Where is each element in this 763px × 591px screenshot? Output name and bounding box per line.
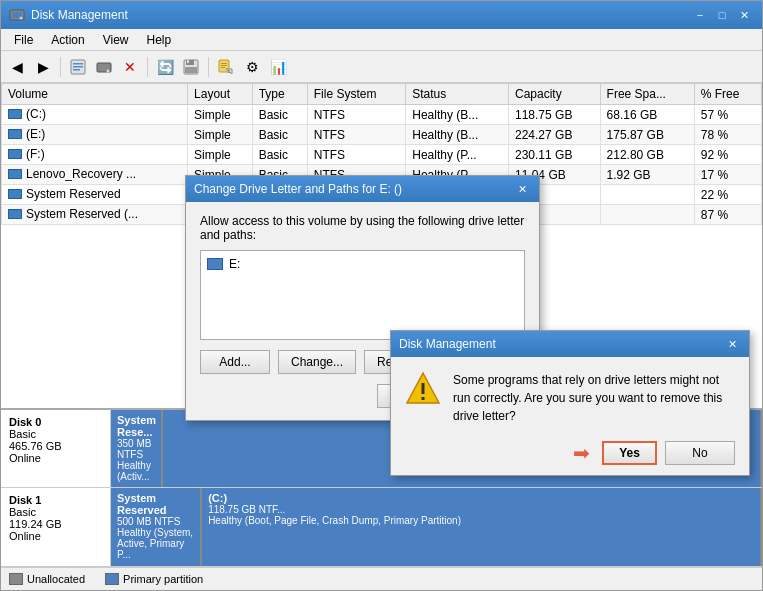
disk0-partition1[interactable]: System Rese... 350 MB NTFS Healthy (Acti… [111,410,163,487]
svg-point-2 [20,17,23,20]
path-list[interactable]: E: [200,250,525,340]
menu-help[interactable]: Help [138,30,181,50]
menu-bar: File Action View Help [1,29,762,51]
disk1-status: Online [9,530,102,542]
disk0-size: 465.76 GB [9,440,102,452]
disk1-p1-size: 500 MB NTFS [117,516,194,527]
dialog-change-title: Change Drive Letter and Paths for E: () [194,182,402,196]
disk1-size: 119.24 GB [9,518,102,530]
disk0-p1-name: System Rese... [117,414,155,438]
toolbar-save[interactable] [179,55,203,79]
toolbar-help[interactable] [214,55,238,79]
disk1-label: Disk 1 Basic 119.24 GB Online [1,488,111,565]
no-button[interactable]: No [665,441,735,465]
row-volume: (E:) [2,125,188,145]
svg-rect-21 [422,383,425,394]
disk0-label: Disk 0 Basic 465.76 GB Online [1,410,111,487]
disk0-p1-size: 350 MB NTFS [117,438,155,460]
svg-rect-19 [228,72,230,73]
svg-rect-5 [73,66,83,68]
table-row[interactable]: (E:) Simple Basic NTFS Healthy (B... 224… [2,125,762,145]
title-bar: Disk Management − □ ✕ [1,1,762,29]
col-pct[interactable]: % Free [694,84,761,105]
col-type[interactable]: Type [252,84,307,105]
confirm-title-bar: Disk Management ✕ [391,331,749,357]
svg-point-8 [107,69,110,72]
toolbar: ◀ ▶ ✕ 🔄 [1,51,762,83]
confirm-message: Some programs that rely on drive letters… [453,371,735,425]
toolbar-back[interactable]: ◀ [5,55,29,79]
menu-view[interactable]: View [94,30,138,50]
disk1-type: Basic [9,506,102,518]
path-item-e[interactable]: E: [205,255,520,273]
confirm-buttons: ➡ Yes No [391,435,749,475]
minimize-button[interactable]: − [690,6,710,24]
dialog-confirm: Disk Management ✕ Some programs that rel… [390,330,750,476]
legend-primary-label: Primary partition [123,573,203,585]
tb-sep-1 [60,57,61,77]
title-bar-controls: − □ ✕ [690,6,754,24]
disk1-title: Disk 1 [9,494,102,506]
svg-rect-4 [73,63,83,65]
svg-rect-12 [185,67,197,73]
status-bar: Unallocated Primary partition [1,567,762,590]
yes-arrow-icon: ➡ [573,441,590,465]
tb-sep-2 [147,57,148,77]
toolbar-disk[interactable] [92,55,116,79]
legend-unallocated-box [9,573,23,585]
disk1-partition1[interactable]: System Reserved 500 MB NTFS Healthy (Sys… [111,488,202,565]
confirm-title: Disk Management [399,337,496,351]
col-layout[interactable]: Layout [188,84,253,105]
close-button[interactable]: ✕ [734,6,754,24]
row-volume: System Reserved [2,185,188,205]
table-row[interactable]: (C:) Simple Basic NTFS Healthy (B... 118… [2,105,762,125]
disk1-p2-size: 118.75 GB NTF... [208,504,754,515]
toolbar-settings[interactable]: ⚙ [240,55,264,79]
row-volume: (F:) [2,145,188,165]
add-button[interactable]: Add... [200,350,270,374]
maximize-button[interactable]: □ [712,6,732,24]
col-status[interactable]: Status [406,84,509,105]
toolbar-forward[interactable]: ▶ [31,55,55,79]
table-row[interactable]: (F:) Simple Basic NTFS Healthy (P... 230… [2,145,762,165]
svg-rect-6 [73,69,80,71]
col-filesystem[interactable]: File System [307,84,405,105]
toolbar-delete[interactable]: ✕ [118,55,142,79]
menu-action[interactable]: Action [42,30,93,50]
svg-rect-14 [221,63,227,64]
disk0-type: Basic [9,428,102,440]
col-free[interactable]: Free Spa... [600,84,694,105]
legend-primary-box [105,573,119,585]
window-title: Disk Management [31,8,128,22]
menu-file[interactable]: File [5,30,42,50]
svg-rect-11 [187,60,189,63]
disk1-partitions: System Reserved 500 MB NTFS Healthy (Sys… [111,488,762,565]
change-button[interactable]: Change... [278,350,356,374]
legend-unallocated: Unallocated [9,573,85,585]
row-volume: System Reserved (... [2,205,188,225]
disk1-p1-name: System Reserved [117,492,194,516]
disk1-p2-name: (C:) [208,492,754,504]
row-volume: Lenovo_Recovery ... [2,165,188,185]
confirm-close-button[interactable]: ✕ [723,336,741,352]
col-volume[interactable]: Volume [2,84,188,105]
dialog-change-close[interactable]: ✕ [513,181,531,197]
toolbar-refresh[interactable]: 🔄 [153,55,177,79]
toolbar-properties[interactable] [66,55,90,79]
dialog-change-titlebar: Change Drive Letter and Paths for E: () … [186,176,539,202]
path-item-label: E: [229,257,240,271]
warning-icon [405,371,441,407]
legend-primary: Primary partition [105,573,203,585]
svg-rect-22 [422,397,425,400]
col-capacity[interactable]: Capacity [509,84,601,105]
tb-sep-3 [208,57,209,77]
legend-unallocated-label: Unallocated [27,573,85,585]
disk0-p1-status: Healthy (Activ... [117,460,155,482]
svg-rect-15 [221,65,227,66]
disk1-p1-status: Healthy (System, Active, Primary P... [117,527,194,560]
toolbar-chart[interactable]: 📊 [266,55,290,79]
disk1-partition2[interactable]: (C:) 118.75 GB NTF... Healthy (Boot, Pag… [202,488,762,565]
disk1-p2-status: Healthy (Boot, Page File, Crash Dump, Pr… [208,515,754,526]
yes-button[interactable]: Yes [602,441,657,465]
disk1-row: Disk 1 Basic 119.24 GB Online System Res… [1,488,762,566]
